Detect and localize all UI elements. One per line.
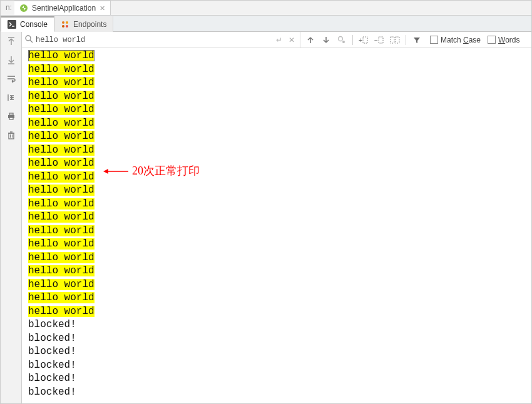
console-gutter	[1, 32, 22, 403]
console-line: hello world	[28, 278, 531, 292]
search-highlight: hello world	[28, 104, 95, 115]
svg-rect-26	[396, 37, 399, 43]
console-icon	[8, 20, 16, 29]
search-highlight: hello world	[28, 77, 95, 88]
console-line: hello world	[28, 291, 531, 305]
console-line: hello world	[28, 305, 531, 319]
search-input[interactable]	[36, 36, 274, 44]
svg-text:+: +	[359, 37, 362, 44]
run-prefix-label: n:	[1, 3, 14, 12]
words-checkbox[interactable]: Words	[488, 36, 519, 44]
search-highlight: hello world	[28, 198, 95, 210]
search-highlight: hello world	[28, 131, 95, 142]
scroll-up-icon[interactable]	[6, 36, 17, 47]
svg-text:−: −	[374, 37, 378, 44]
console-searchbar: ↵ ✕ + − Match Case	[22, 32, 531, 48]
svg-rect-22	[363, 37, 367, 43]
console-line: hello world	[28, 157, 531, 171]
match-case-label: Match Case	[441, 36, 481, 44]
console-line: blocked!	[28, 318, 531, 332]
endpoints-icon	[61, 20, 69, 29]
console-line: hello world	[28, 198, 531, 211]
next-occurrence-button[interactable]	[320, 34, 332, 46]
svg-point-19	[339, 36, 343, 41]
run-config-title: SentinelApplication	[32, 4, 96, 13]
ide-panel: n: SentinelApplication ✕ Console Endpoin…	[0, 0, 532, 404]
scroll-down-icon[interactable]	[6, 54, 17, 66]
console-line: hello world	[28, 144, 531, 158]
checkbox-icon	[430, 36, 438, 44]
separator	[352, 35, 353, 45]
search-highlight: hello world	[28, 91, 95, 102]
svg-point-6	[66, 25, 68, 28]
console-line: hello world	[28, 90, 531, 104]
search-highlight: hello world	[28, 211, 95, 223]
svg-point-3	[62, 21, 64, 24]
console-line: hello world	[28, 211, 531, 225]
print-icon[interactable]	[6, 111, 17, 122]
trash-icon[interactable]	[6, 129, 17, 141]
tool-tabbar: Console Endpoints	[1, 16, 531, 32]
search-highlight: hello world	[28, 158, 95, 169]
scroll-to-end-icon[interactable]	[6, 92, 17, 103]
enter-hint-icon: ↵	[276, 36, 282, 44]
tab-console-label: Console	[20, 20, 48, 29]
match-case-checkbox[interactable]: Match Case	[430, 36, 481, 44]
run-config-tabbar: n: SentinelApplication ✕	[1, 1, 531, 16]
console-line: blocked!	[28, 345, 531, 359]
prev-occurrence-button[interactable]	[304, 34, 317, 46]
console-line: hello world	[28, 171, 531, 184]
search-highlight: hello world	[28, 184, 95, 196]
search-actions: + − Match Case Words	[300, 32, 524, 48]
console-line: hello world	[28, 184, 531, 198]
separator	[406, 35, 406, 45]
svg-point-5	[62, 25, 64, 28]
console-line: blocked!	[28, 386, 531, 400]
console-line: blocked!	[28, 372, 531, 386]
words-label: Words	[498, 36, 519, 44]
console-line: hello world	[28, 103, 531, 117]
console-line: hello world	[28, 117, 531, 131]
search-highlight: hello world	[28, 50, 95, 61]
search-field[interactable]: ↵ ✕	[22, 32, 300, 48]
console-line: hello world	[28, 251, 531, 265]
svg-point-4	[66, 21, 68, 24]
svg-point-20	[342, 41, 345, 43]
select-all-occurrences-button[interactable]	[335, 34, 348, 46]
soft-wrap-icon[interactable]	[6, 73, 17, 84]
select-all-button[interactable]	[389, 34, 401, 46]
svg-point-0	[20, 4, 28, 12]
console-line: hello world	[28, 265, 531, 278]
svg-rect-24	[379, 37, 383, 43]
search-highlight: hello world	[28, 279, 95, 290]
close-icon[interactable]: ✕	[100, 4, 105, 13]
console-body: ↵ ✕ + − Match Case	[1, 32, 531, 403]
add-selection-button[interactable]: +	[357, 34, 370, 46]
tab-endpoints[interactable]: Endpoints	[54, 16, 113, 32]
console-line: blocked!	[28, 359, 531, 373]
svg-rect-12	[9, 133, 14, 139]
svg-line-18	[30, 40, 33, 43]
checkbox-icon	[488, 36, 496, 44]
tab-endpoints-label: Endpoints	[73, 20, 106, 29]
console-line: hello world	[28, 63, 531, 77]
search-highlight: hello world	[28, 64, 95, 75]
search-highlight: hello world	[28, 225, 95, 236]
filter-icon[interactable]	[411, 34, 423, 46]
console-line: hello world	[28, 49, 531, 63]
search-highlight: hello world	[28, 118, 95, 129]
console-line: hello world	[28, 76, 531, 90]
search-highlight: hello world	[28, 252, 95, 263]
svg-point-17	[26, 36, 31, 41]
svg-rect-25	[391, 37, 394, 43]
tab-console[interactable]: Console	[1, 16, 54, 32]
search-icon	[24, 34, 33, 45]
clear-search-icon[interactable]: ✕	[286, 36, 297, 44]
console-output[interactable]: hello worldhello worldhello worldhello w…	[22, 48, 531, 403]
search-highlight: hello world	[28, 238, 95, 250]
svg-rect-11	[9, 118, 13, 119]
run-config-tab[interactable]: SentinelApplication ✕	[14, 1, 111, 15]
remove-selection-button[interactable]: −	[373, 34, 386, 46]
console-line: hello world	[28, 130, 531, 144]
search-highlight: hello world	[28, 292, 95, 303]
